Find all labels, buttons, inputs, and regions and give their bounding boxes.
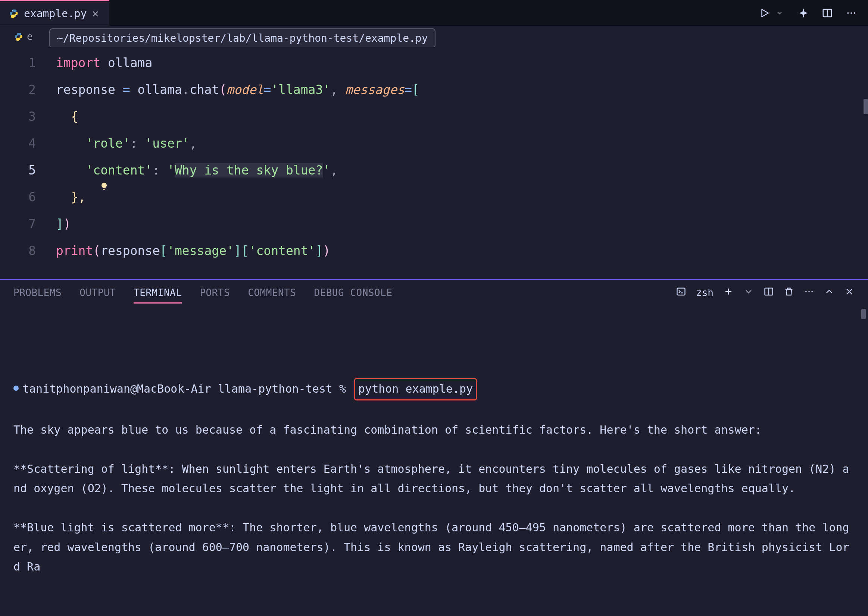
tab-bar: example.py ✕ <box>0 0 868 26</box>
editor-actions <box>748 0 868 26</box>
trash-icon[interactable] <box>784 286 794 299</box>
breadcrumb-text[interactable]: e <box>27 31 33 42</box>
close-tab-icon[interactable]: ✕ <box>92 8 99 19</box>
tab-ports[interactable]: PORTS <box>200 287 230 298</box>
tab-problems[interactable]: PROBLEMS <box>13 287 61 298</box>
svg-point-6 <box>854 12 855 14</box>
vscode-window: example.py ✕ <box>0 0 868 616</box>
line-number: 3 <box>0 109 56 124</box>
terminal-text: **Blue light is scattered more**: The sh… <box>13 521 849 573</box>
svg-point-0 <box>12 11 13 11</box>
svg-point-13 <box>805 291 807 292</box>
line-number: 2 <box>0 82 56 97</box>
svg-point-5 <box>851 12 852 14</box>
highlighted-command: python example.py <box>354 378 477 401</box>
line-number: 7 <box>0 217 56 231</box>
line-number: 8 <box>0 244 56 258</box>
line-number: 6 <box>0 190 56 204</box>
terminal-text: The sky appears blue to us because of a … <box>13 423 762 436</box>
new-terminal-icon[interactable] <box>723 286 734 299</box>
svg-point-15 <box>811 291 813 292</box>
terminal-prompt: tanitphonpaniwan@MacBook-Air llama-pytho… <box>22 382 353 395</box>
lightbulb-icon[interactable] <box>40 165 51 175</box>
tab-comments[interactable]: COMMENTS <box>248 287 296 298</box>
path-tooltip: ~/Repositories/mikelopster/lab/llama-pyt… <box>49 28 435 48</box>
tab-filename: example.py <box>24 8 87 20</box>
run-icon[interactable] <box>758 7 771 19</box>
svg-point-4 <box>847 12 849 14</box>
minimap-scrollbar[interactable] <box>863 99 868 114</box>
split-editor-icon[interactable] <box>821 7 834 19</box>
dirty-indicator-icon <box>13 385 19 391</box>
svg-point-1 <box>14 16 15 16</box>
split-terminal-icon[interactable] <box>764 286 774 299</box>
svg-point-14 <box>808 291 810 292</box>
line-number: 4 <box>0 136 56 151</box>
sparkle-icon[interactable] <box>797 7 810 19</box>
terminal-scrollbar[interactable] <box>861 309 866 319</box>
bottom-panel: PROBLEMS OUTPUT TERMINAL PORTS COMMENTS … <box>0 279 868 616</box>
svg-rect-7 <box>677 288 685 295</box>
terminal-dropdown-icon[interactable] <box>744 286 754 299</box>
terminal-text: **Scattering of light**: When sunlight e… <box>13 462 849 495</box>
more-icon[interactable] <box>845 7 857 19</box>
tab-terminal[interactable]: TERMINAL <box>134 287 182 298</box>
panel-tabs: PROBLEMS OUTPUT TERMINAL PORTS COMMENTS … <box>0 280 868 306</box>
run-dropdown-icon[interactable] <box>773 7 786 19</box>
shell-name[interactable]: zsh <box>696 287 714 298</box>
tab-debug-console[interactable]: DEBUG CONSOLE <box>314 287 392 298</box>
python-icon <box>9 9 19 18</box>
editor-tab[interactable]: example.py ✕ <box>0 0 109 26</box>
code-editor[interactable]: 1 import ollama 2 response = ollama.chat… <box>0 47 868 279</box>
terminal-profile-icon[interactable] <box>676 286 686 299</box>
chevron-up-icon[interactable] <box>824 286 835 299</box>
close-panel-icon[interactable] <box>844 286 855 299</box>
panel-more-icon[interactable] <box>804 286 814 299</box>
line-number: 1 <box>0 55 56 70</box>
tab-output[interactable]: OUTPUT <box>79 287 116 298</box>
python-icon <box>14 32 27 41</box>
breadcrumb: e ~/Repositories/mikelopster/lab/llama-p… <box>0 26 868 47</box>
terminal-output[interactable]: tanitphonpaniwan@MacBook-Air llama-pytho… <box>0 306 868 616</box>
